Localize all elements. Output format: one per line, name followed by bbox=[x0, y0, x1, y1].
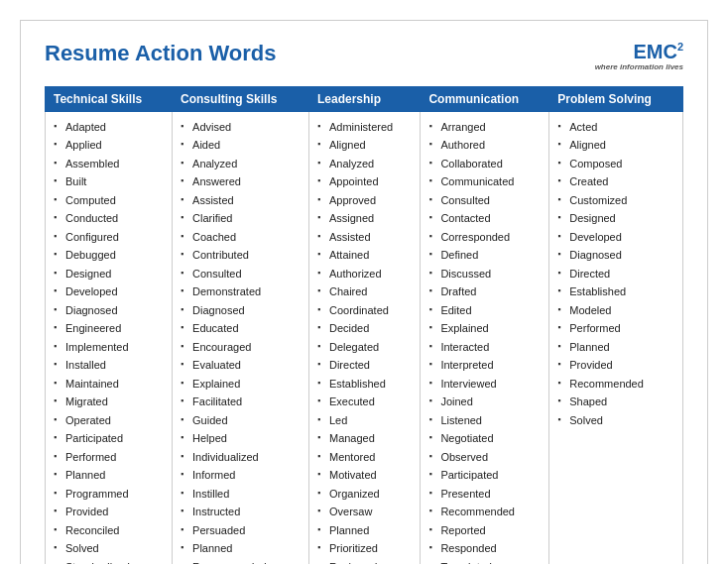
list-item: Contributed bbox=[181, 246, 301, 265]
list-item: Maintained bbox=[54, 375, 164, 394]
list-item: Adapted bbox=[54, 118, 164, 137]
word-list: ActedAlignedComposedCreatedCustomizedDes… bbox=[557, 118, 674, 430]
list-item: Contacted bbox=[428, 209, 541, 228]
list-item: Diagnosed bbox=[54, 301, 164, 320]
list-item: Computed bbox=[54, 191, 164, 210]
list-item: Assisted bbox=[317, 228, 412, 247]
list-item: Administered bbox=[317, 118, 412, 137]
list-item: Collaborated bbox=[428, 155, 541, 173]
list-item: Interviewed bbox=[428, 375, 541, 394]
list-item: Performed bbox=[54, 448, 164, 467]
list-item: Evaluated bbox=[181, 356, 301, 375]
list-item: Chaired bbox=[317, 282, 412, 301]
list-item: Defined bbox=[428, 246, 541, 265]
list-item: Aligned bbox=[317, 136, 412, 155]
word-list: AdministeredAlignedAnalyzedAppointedAppr… bbox=[317, 118, 412, 564]
logo-name: EMC bbox=[633, 41, 676, 62]
list-item: Debugged bbox=[54, 246, 164, 265]
column-cell: AdvisedAidedAnalyzedAnsweredAssistedClar… bbox=[173, 111, 309, 564]
word-list: AdaptedAppliedAssembledBuiltComputedCond… bbox=[54, 118, 164, 564]
list-item: Explained bbox=[428, 319, 541, 338]
list-item: Responded bbox=[428, 539, 541, 558]
logo-tagline: where information lives bbox=[595, 63, 683, 72]
list-item: Facilitated bbox=[181, 393, 301, 411]
list-item: Designed bbox=[557, 209, 674, 228]
list-item: Clarified bbox=[181, 209, 301, 228]
list-item: Encouraged bbox=[181, 338, 301, 357]
list-item: Reported bbox=[428, 521, 541, 540]
list-item: Diagnosed bbox=[181, 301, 301, 320]
list-item: Interpreted bbox=[428, 356, 541, 375]
list-item: Recommended bbox=[428, 503, 541, 521]
list-item: Assigned bbox=[317, 209, 412, 228]
list-item: Analyzed bbox=[317, 155, 412, 173]
list-item: Consulted bbox=[428, 191, 541, 210]
list-item: Applied bbox=[54, 136, 164, 155]
list-item: Reconciled bbox=[54, 521, 164, 540]
table-row: AdaptedAppliedAssembledBuiltComputedCond… bbox=[46, 111, 683, 564]
list-item: Recommended bbox=[181, 558, 301, 564]
list-item: Guided bbox=[181, 411, 301, 430]
list-item: Motivated bbox=[317, 466, 412, 485]
list-item: Persuaded bbox=[181, 521, 301, 540]
list-item: Modeled bbox=[557, 301, 674, 320]
list-item: Solved bbox=[557, 411, 674, 430]
list-item: Corresponded bbox=[428, 228, 541, 247]
page: Resume Action Words EMC2 where informati… bbox=[20, 20, 708, 564]
list-item: Helped bbox=[181, 429, 301, 448]
column-header: Consulting Skills bbox=[173, 86, 309, 111]
list-item: Designed bbox=[54, 265, 164, 283]
list-item: Consulted bbox=[181, 265, 301, 283]
list-item: Planned bbox=[317, 521, 412, 540]
list-item: Customized bbox=[557, 191, 674, 210]
column-header: Technical Skills bbox=[46, 86, 173, 111]
list-item: Performed bbox=[557, 319, 674, 338]
column-header: Problem Solving bbox=[549, 86, 683, 111]
list-item: Directed bbox=[317, 356, 412, 375]
list-item: Established bbox=[317, 375, 412, 394]
list-item: Aligned bbox=[557, 136, 674, 155]
list-item: Prioritized bbox=[317, 539, 412, 558]
list-item: Provided bbox=[557, 356, 674, 375]
list-item: Recommended bbox=[557, 375, 674, 394]
list-item: Directed bbox=[557, 265, 674, 283]
header-row: Technical SkillsConsulting SkillsLeaders… bbox=[46, 86, 683, 111]
list-item: Established bbox=[557, 282, 674, 301]
list-item: Planned bbox=[557, 338, 674, 357]
list-item: Developed bbox=[54, 282, 164, 301]
list-item: Interacted bbox=[428, 338, 541, 357]
list-item: Explained bbox=[181, 375, 301, 394]
column-cell: ActedAlignedComposedCreatedCustomizedDes… bbox=[549, 111, 683, 564]
list-item: Educated bbox=[181, 319, 301, 338]
list-item: Attained bbox=[317, 246, 412, 265]
table-header: Technical SkillsConsulting SkillsLeaders… bbox=[46, 86, 683, 111]
list-item: Managed bbox=[317, 429, 412, 448]
list-item: Edited bbox=[428, 301, 541, 320]
list-item: Demonstrated bbox=[181, 282, 301, 301]
list-item: Built bbox=[54, 172, 164, 191]
list-item: Oversaw bbox=[317, 503, 412, 521]
list-item: Acted bbox=[557, 118, 674, 137]
table-body: AdaptedAppliedAssembledBuiltComputedCond… bbox=[46, 111, 683, 564]
list-item: Implemented bbox=[54, 338, 164, 357]
column-cell: AdministeredAlignedAnalyzedAppointedAppr… bbox=[308, 111, 420, 564]
list-item: Participated bbox=[54, 429, 164, 448]
list-item: Instilled bbox=[181, 485, 301, 504]
logo-sup: 2 bbox=[677, 41, 683, 53]
list-item: Presented bbox=[428, 485, 541, 504]
list-item: Advised bbox=[181, 118, 301, 137]
list-item: Coordinated bbox=[317, 301, 412, 320]
list-item: Developed bbox=[557, 228, 674, 247]
list-item: Negotiated bbox=[428, 429, 541, 448]
list-item: Drafted bbox=[428, 282, 541, 301]
logo: EMC2 where information lives bbox=[595, 41, 683, 72]
word-list: AdvisedAidedAnalyzedAnsweredAssistedClar… bbox=[181, 118, 301, 564]
list-item: Translated bbox=[428, 558, 541, 564]
column-header: Leadership bbox=[308, 86, 420, 111]
word-list: ArrangedAuthoredCollaboratedCommunicated… bbox=[428, 118, 541, 564]
list-item: Diagnosed bbox=[557, 246, 674, 265]
column-cell: AdaptedAppliedAssembledBuiltComputedCond… bbox=[46, 111, 173, 564]
list-item: Planned bbox=[54, 466, 164, 485]
header: Resume Action Words EMC2 where informati… bbox=[45, 41, 683, 72]
logo-text: EMC2 bbox=[633, 41, 683, 62]
